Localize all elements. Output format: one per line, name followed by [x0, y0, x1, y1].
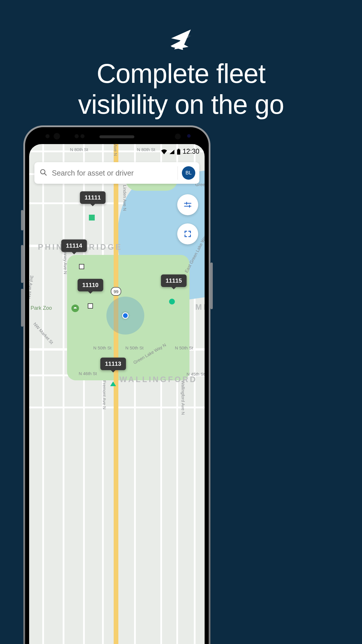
- street-label: N 80th St: [70, 147, 88, 152]
- search-icon: [40, 169, 47, 177]
- street-label: nney Ave N: [63, 252, 68, 274]
- neighborhood-label: WALLINGFORD: [120, 375, 197, 384]
- divider: [178, 166, 178, 180]
- cellular-icon: [169, 149, 175, 154]
- asset-marker[interactable]: 11110: [78, 279, 103, 291]
- battery-icon: [177, 149, 181, 155]
- street-label: Linden Ave N: [122, 185, 127, 211]
- street-label: N 50th St: [125, 345, 144, 350]
- search-bar[interactable]: Search for asset or driver BL: [34, 162, 199, 184]
- svg-rect-2: [177, 149, 180, 154]
- current-location-dot: [122, 312, 129, 319]
- street-label: 3rd Ave NW: [29, 275, 34, 299]
- street-label: N 80th St: [137, 147, 155, 152]
- map-view[interactable]: N 80th St N 80th St N 50th St N 50th St …: [29, 144, 205, 644]
- street-label: N 50th St: [175, 345, 193, 350]
- svg-line-4: [44, 173, 46, 175]
- poi-zoo-icon: [71, 304, 79, 312]
- neighborhood-label: ME: [195, 303, 205, 312]
- phone-screen: N 80th St N 80th St N 50th St N 50th St …: [29, 144, 205, 644]
- headline-line-2: visibility on the go: [0, 89, 362, 120]
- asset-marker[interactable]: 11115: [161, 274, 187, 287]
- status-bar: 12:30: [161, 148, 199, 155]
- street-label: Fremont Ave N: [102, 380, 107, 410]
- asset-marker[interactable]: 11111: [80, 191, 106, 204]
- poi-zoo-label: nd Park Zoo: [29, 305, 52, 311]
- hero-arrow-icon: [168, 26, 194, 54]
- hwy-shield: 99: [111, 287, 121, 296]
- street-label: Wallingford Ave N: [181, 380, 186, 415]
- asset-marker-shape[interactable]: [88, 303, 93, 309]
- search-placeholder: Search for asset or driver: [52, 169, 173, 177]
- expand-icon: [184, 230, 192, 238]
- headline-line-1: Complete fleet: [0, 58, 362, 89]
- asset-marker[interactable]: 11113: [100, 358, 126, 370]
- phone-mockup: N 80th St N 80th St N 50th St N 50th St …: [23, 125, 210, 644]
- asset-marker-shape[interactable]: [89, 215, 95, 220]
- headline: Complete fleet visibility on the go: [0, 58, 362, 120]
- svg-rect-1: [178, 149, 180, 150]
- asset-marker-shape[interactable]: [110, 382, 116, 386]
- avatar[interactable]: BL: [182, 166, 195, 180]
- street-label: N 46th St: [79, 371, 97, 376]
- street-label: N 50th St: [93, 345, 112, 350]
- expand-button[interactable]: [177, 223, 198, 244]
- status-time: 12:30: [182, 148, 199, 155]
- sliders-icon: [183, 200, 192, 209]
- street-label: Ave N: [113, 144, 118, 156]
- asset-marker-shape[interactable]: [169, 299, 175, 304]
- asset-marker-shape[interactable]: [79, 264, 84, 269]
- filters-button[interactable]: [177, 194, 198, 215]
- wifi-icon: [161, 149, 167, 154]
- asset-marker[interactable]: 11114: [61, 239, 87, 252]
